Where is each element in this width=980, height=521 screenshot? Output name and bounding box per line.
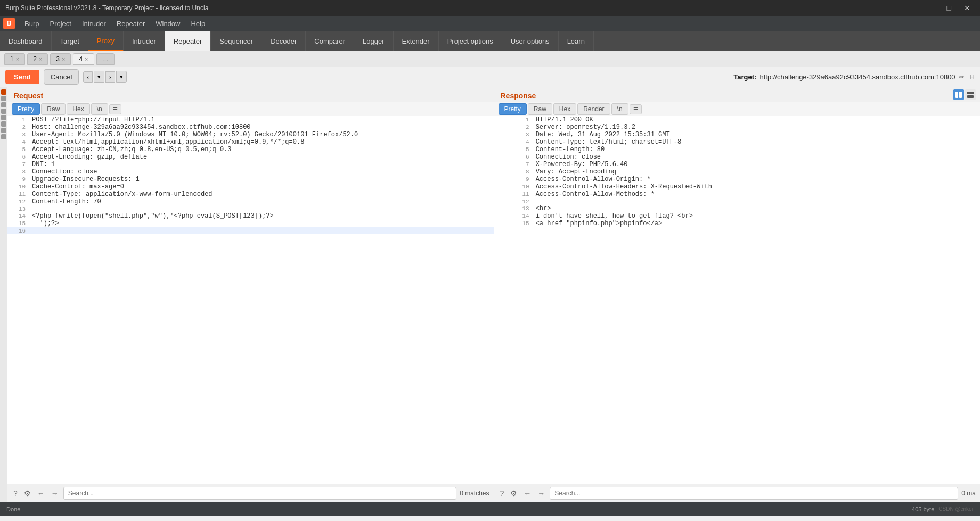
- menu-burp[interactable]: Burp: [20, 18, 43, 29]
- menu-project[interactable]: Project: [45, 18, 75, 29]
- response-line-7: 7X-Powered-By: PHP/5.6.40: [494, 161, 981, 168]
- line-content: <hr>: [534, 205, 980, 212]
- resp-tab-menu[interactable]: ☰: [630, 104, 642, 114]
- svg-rect-1: [959, 92, 962, 98]
- response-line-15: 15<a href="phpinfo.php">phpinfo</a>: [494, 220, 981, 227]
- req-help-icon[interactable]: ?: [12, 487, 19, 499]
- req-tab-newline[interactable]: \n: [91, 103, 108, 115]
- tab-proxy[interactable]: Proxy: [88, 31, 124, 51]
- maximize-button[interactable]: □: [943, 3, 956, 13]
- prev-arrow[interactable]: ‹: [83, 71, 93, 83]
- request-code-table: 1POST /?file=php://input HTTP/1.12Host: …: [7, 116, 494, 234]
- request-line-2: 2Host: challenge-329a6aa92c933454.sandbo…: [7, 123, 494, 131]
- tab-target[interactable]: Target: [52, 31, 88, 51]
- menu-repeater[interactable]: Repeater: [112, 18, 149, 29]
- menu-help[interactable]: Help: [186, 18, 209, 29]
- line-content: Content-Length: 70: [30, 198, 493, 205]
- split-horizontal-icon[interactable]: [953, 89, 964, 100]
- next-arrow[interactable]: ›: [105, 71, 115, 83]
- sidebar-dot-6: [1, 121, 6, 127]
- edit-target-icon[interactable]: ✏: [959, 73, 965, 81]
- request-code-area[interactable]: 1POST /?file=php://input HTTP/1.12Host: …: [7, 116, 494, 484]
- rep-tab-3[interactable]: 3 ×: [50, 53, 71, 65]
- line-content: Content-Length: 80: [534, 146, 980, 153]
- svg-rect-0: [956, 92, 958, 98]
- tab-intruder[interactable]: Intruder: [124, 31, 165, 51]
- rep-tab-1[interactable]: 1 ×: [4, 53, 25, 65]
- tab-comparer[interactable]: Comparer: [306, 31, 354, 51]
- resp-settings-icon[interactable]: ⚙: [509, 487, 519, 499]
- response-search-input[interactable]: [550, 487, 958, 500]
- line-content: POST /?file=php://input HTTP/1.1: [30, 116, 493, 123]
- req-prev-match[interactable]: ←: [36, 487, 46, 499]
- resp-tab-hex[interactable]: Hex: [553, 103, 576, 115]
- h-label: H: [970, 73, 975, 81]
- resp-tab-newline[interactable]: \n: [611, 103, 628, 115]
- close-tab-3[interactable]: ×: [62, 56, 65, 62]
- tab-user-options[interactable]: User options: [502, 31, 559, 51]
- resp-next-match[interactable]: →: [536, 487, 546, 499]
- tab-repeater[interactable]: Repeater: [165, 31, 211, 51]
- response-line-14: 14i don't have shell, how to get flag? <…: [494, 212, 981, 220]
- line-number: 9: [7, 176, 30, 183]
- svg-rect-3: [967, 95, 974, 98]
- line-number: 5: [494, 146, 534, 153]
- req-tab-raw[interactable]: Raw: [41, 103, 66, 115]
- send-button[interactable]: Send: [5, 70, 39, 84]
- line-content: i don't have shell, how to get flag? <br…: [534, 212, 980, 220]
- target-prefix: Target:: [733, 73, 756, 81]
- status-left: Done: [6, 506, 20, 512]
- request-line-8: 8Connection: close: [7, 168, 494, 176]
- close-tab-1[interactable]: ×: [16, 56, 19, 62]
- resp-prev-match[interactable]: ←: [522, 487, 533, 499]
- line-number: 10: [7, 183, 30, 191]
- close-button[interactable]: ✕: [960, 3, 975, 13]
- line-content: Connection: close: [534, 153, 980, 161]
- req-tab-pretty[interactable]: Pretty: [12, 103, 40, 115]
- cancel-button[interactable]: Cancel: [44, 69, 79, 85]
- request-search-input[interactable]: [63, 487, 456, 500]
- request-line-4: 4Accept: text/html,application/xhtml+xml…: [7, 138, 494, 146]
- nav-tabs: Dashboard Target Proxy Intruder Repeater…: [0, 31, 980, 51]
- prev-dropdown[interactable]: ▾: [94, 71, 104, 83]
- close-tab-2[interactable]: ×: [39, 56, 42, 62]
- rep-tab-dots[interactable]: …: [96, 53, 115, 65]
- response-code-area[interactable]: 1HTTP/1.1 200 OK2Server: openresty/1.19.…: [494, 116, 981, 484]
- tab-sequencer[interactable]: Sequencer: [211, 31, 262, 51]
- resp-help-icon[interactable]: ?: [499, 487, 506, 499]
- tab-decoder[interactable]: Decoder: [262, 31, 306, 51]
- line-number: 4: [7, 138, 30, 146]
- tab-dashboard[interactable]: Dashboard: [0, 31, 52, 51]
- line-content: <a href="phpinfo.php">phpinfo</a>: [534, 220, 980, 227]
- left-sidebar: [0, 87, 7, 502]
- resp-tab-render[interactable]: Render: [577, 103, 610, 115]
- req-settings-icon[interactable]: ⚙: [22, 487, 32, 499]
- sidebar-dot-4: [1, 109, 6, 114]
- line-number: 16: [7, 227, 30, 234]
- line-content: [30, 227, 493, 234]
- close-tab-4[interactable]: ×: [85, 56, 88, 62]
- response-line-10: 10Access-Control-Allow-Headers: X-Reques…: [494, 183, 981, 191]
- minimize-button[interactable]: —: [922, 3, 938, 13]
- resp-tab-pretty[interactable]: Pretty: [499, 103, 527, 115]
- tab-learn[interactable]: Learn: [559, 31, 594, 51]
- menu-intruder[interactable]: Intruder: [78, 18, 110, 29]
- split-vertical-icon[interactable]: [965, 89, 976, 100]
- req-tab-hex[interactable]: Hex: [67, 103, 89, 115]
- line-content: HTTP/1.1 200 OK: [534, 116, 980, 123]
- rep-tab-4[interactable]: 4 ×: [73, 53, 94, 65]
- line-number: 13: [494, 205, 534, 212]
- rep-tab-2[interactable]: 2 ×: [27, 53, 48, 65]
- next-dropdown[interactable]: ▾: [116, 71, 127, 83]
- title-bar: Burp Suite Professional v2021.8 - Tempor…: [0, 0, 980, 16]
- tab-logger[interactable]: Logger: [354, 31, 393, 51]
- tab-project-options[interactable]: Project options: [439, 31, 502, 51]
- req-next-match[interactable]: →: [50, 487, 60, 499]
- menu-window[interactable]: Window: [151, 18, 184, 29]
- tab-extender[interactable]: Extender: [394, 31, 439, 51]
- line-content: X-Powered-By: PHP/5.6.40: [534, 161, 980, 168]
- resp-tab-raw[interactable]: Raw: [528, 103, 552, 115]
- line-content: [534, 198, 980, 205]
- req-tab-menu[interactable]: ☰: [109, 104, 121, 114]
- line-number: 2: [7, 123, 30, 131]
